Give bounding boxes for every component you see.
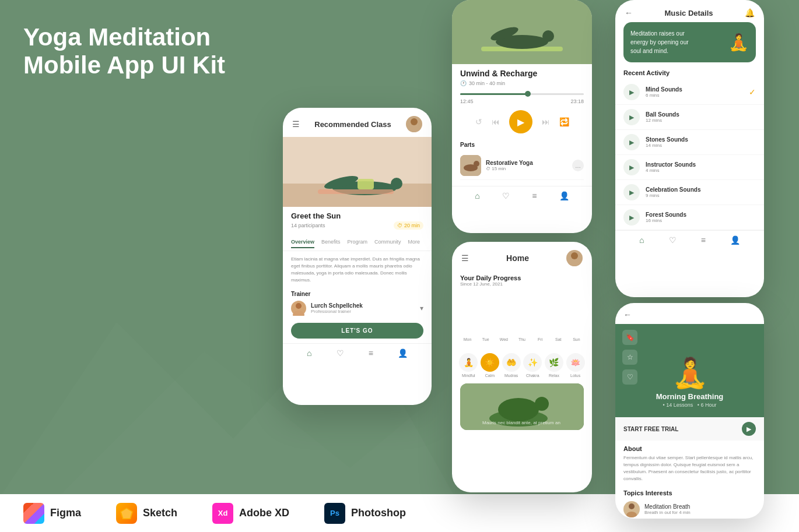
nav-menu-icon[interactable]: ≡ [369,348,373,358]
activity-play-icon[interactable]: ▶ [623,109,640,125]
activity-play-icon[interactable]: ▶ [623,159,640,175]
nav-home-icon[interactable]: ⌂ [307,348,311,358]
activity-play-icon[interactable]: ▶ [623,184,640,200]
participants-count: 14 participants [291,223,325,228]
clock-icon: 🕐 [460,80,467,86]
tab-benefits[interactable]: Benefits [321,239,341,248]
bar-label: Sun [573,337,580,341]
svg-point-5 [408,126,420,132]
nav-heart-icon[interactable]: ♡ [669,235,677,245]
about-label: About [623,445,756,452]
lets-go-button[interactable]: LET'S GO [291,323,423,339]
activity-item[interactable]: ▶Stones Sounds14 mins [615,130,764,155]
back-icon[interactable]: ← [623,310,632,319]
phone-unwind: Unwind & Recharge 🕐 30 min - 40 min 12:4… [452,0,592,233]
category-item[interactable]: ☀️Calm [481,353,499,378]
chevron-down-icon[interactable]: ▾ [420,304,423,312]
bar-group: Thu [514,336,529,341]
part-action-button[interactable]: … [572,160,584,171]
tab-more[interactable]: More [408,239,420,248]
check-icon: ✓ [749,87,756,97]
topic-name: Meditation Breath [644,503,691,510]
nav-menu-icon[interactable]: ≡ [701,235,706,245]
category-name: Lotus [570,374,580,378]
phone1-content: Greet the Sun 14 participants ⏱ 20 min [283,207,432,234]
repeat-icon[interactable]: 🔁 [559,117,569,126]
video-subtitle: Mauris nec blandit ante, at pretium an [482,420,560,425]
menu-icon[interactable]: ☰ [461,253,469,263]
category-item[interactable]: 🧘Mindful [459,353,478,378]
tool-photoshop: Ps Photoshop [324,503,406,524]
activity-item[interactable]: ▶Instructor Sounds4 mins [615,155,764,180]
phone3-header: ☰ Home [452,242,592,271]
figma-icon [23,503,44,524]
bar-label: Fri [538,337,542,341]
svg-point-22 [474,161,479,167]
tab-community[interactable]: Community [374,239,401,248]
trainer-role: Professional trainer [311,309,363,314]
nav-user-icon[interactable]: 👤 [398,348,408,358]
shuffle-icon[interactable]: ↺ [475,117,482,126]
trainer-info: Lurch Schpellchek Professional trainer [291,301,363,316]
activity-duration: 6 mins [646,93,682,98]
green-hero-section: 🔖 ☆ ♡ 🧘 Morning Breathing • 14 Lessons •… [615,324,764,417]
prev-icon[interactable]: ⏮ [492,117,500,126]
nav-user-icon[interactable]: 👤 [559,191,569,200]
avatar [566,250,583,266]
heart-icon[interactable]: ♡ [622,369,637,385]
nav-heart-icon[interactable]: ♡ [337,348,344,358]
progress-section: Your Daily Progress Since 12 June, 2021 … [452,271,592,347]
activity-duration: 14 mins [646,143,688,148]
class-description: Etiam lacinia at magna vitae imperdiet. … [283,251,432,288]
activity-play-icon[interactable]: ▶ [623,134,640,150]
activity-name: Instructor Sounds [646,161,696,168]
class-image [283,137,432,207]
bar-label: Tue [482,337,489,341]
star-icon[interactable]: ☆ [622,350,637,365]
nav-heart-icon[interactable]: ♡ [502,191,510,200]
xd-label: Adobe XD [239,507,289,519]
tab-overview[interactable]: Overview [291,239,314,248]
home-title: Home [506,253,529,263]
menu-icon[interactable]: ☰ [292,119,300,129]
category-name: Chakra [526,374,539,378]
bell-icon[interactable]: 🔔 [745,8,755,17]
video-preview[interactable]: ▶ Short Break Meditation Mauris nec blan… [460,383,584,430]
time-row: 12:45 23:18 [452,97,592,105]
next-icon[interactable]: ⏭ [542,117,550,126]
activity-item[interactable]: ▶Forest Sounds16 mins [615,205,764,230]
activity-item[interactable]: ▶Ball Sounds12 mins [615,105,764,130]
activity-play-icon[interactable]: ▶ [623,209,640,226]
activity-item[interactable]: ▶Celebration Sounds9 mins [615,180,764,205]
photoshop-label: Photoshop [351,507,406,519]
track-meta: 🕐 30 min - 40 min [452,80,592,91]
activity-info: Ball Sounds12 mins [646,111,679,123]
start-trial-button[interactable]: ▶ [742,422,756,436]
activity-info: Celebration Sounds9 mins [646,186,700,198]
svg-point-4 [411,118,418,125]
category-item[interactable]: ✨Chakra [523,353,542,378]
topic-details: Meditation Breath Breath in out for 4 mi… [644,503,691,515]
activity-play-icon[interactable]: ▶ [623,84,640,100]
progress-title: Your Daily Progress [460,274,584,281]
svg-point-30 [626,512,637,517]
progress-bar[interactable] [460,93,584,95]
category-item[interactable]: 🪷Lotus [566,353,585,378]
activity-item[interactable]: ▶Mind Sounds6 mins✓ [615,80,764,105]
app-title: Yoga Meditation Mobile App UI Kit [23,23,225,80]
nav-home-icon[interactable]: ⌂ [639,235,644,245]
category-item[interactable]: 🌿Relax [545,353,563,378]
category-item[interactable]: 🤲Mudras [502,353,521,378]
nav-user-icon[interactable]: 👤 [730,235,740,245]
nav-menu-icon[interactable]: ≡ [532,191,537,200]
activity-name: Celebration Sounds [646,186,700,193]
progress-thumb [525,91,531,97]
play-button[interactable]: ▶ [509,110,532,133]
svg-point-27 [498,398,539,421]
phone1-title: Recommended Class [314,120,391,129]
back-icon[interactable]: ← [625,8,633,17]
tab-program[interactable]: Program [348,239,368,248]
nav-home-icon[interactable]: ⌂ [475,191,479,200]
featured-banner: Meditation raises our energy by opening … [623,22,756,62]
bookmark-icon[interactable]: 🔖 [622,330,637,345]
